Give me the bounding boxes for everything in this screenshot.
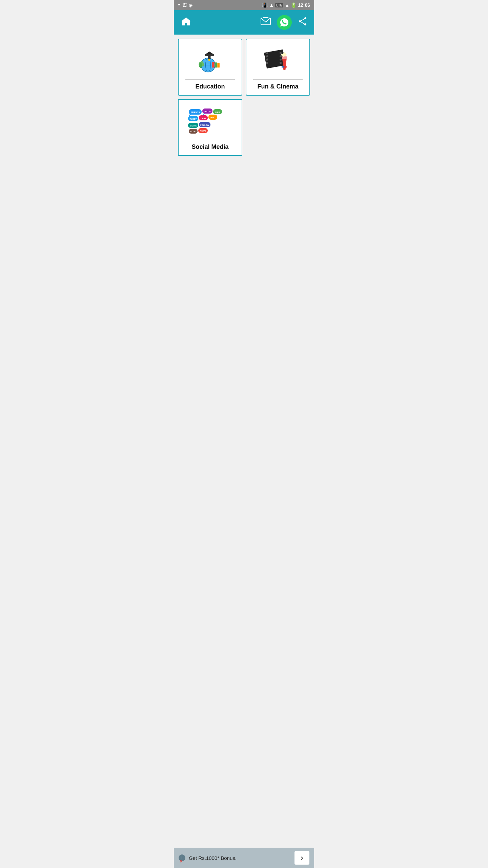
time: 12:06 [298,2,310,8]
social-media-card[interactable]: FRIENDS PHOTO LIKE TWEET CHAT POST [178,99,242,156]
toolbar [174,10,314,35]
svg-point-33 [281,54,283,56]
svg-marker-14 [205,52,214,54]
category-grid: Education [178,39,310,156]
quote-icon: ❝ [178,3,180,8]
svg-rect-25 [279,52,282,54]
svg-rect-15 [205,54,214,56]
svg-text:PHOTO: PHOTO [204,111,211,113]
svg-rect-24 [266,61,268,64]
email-button[interactable] [261,17,271,28]
ad-text: Get Rs.1000* Bonus. [189,855,237,861]
home-button[interactable] [181,17,191,28]
toolbar-right-icons [261,15,307,30]
svg-text:CHAT: CHAT [201,117,206,119]
svg-rect-22 [266,55,268,57]
svg-line-39 [287,67,287,67]
cinema-icon-area [250,45,305,76]
education-label: Education [195,83,225,90]
svg-text:NEWS: NEWS [200,130,206,132]
ad-text-area: i ✕ Get Rs.1000* Bonus. [179,854,291,861]
svg-text:TWEET: TWEET [190,118,197,120]
svg-rect-11 [212,62,215,67]
share-button[interactable] [298,17,307,28]
social-icon: FRIENDS PHOTO LIKE TWEET CHAT POST [188,108,232,134]
svg-text:POST: POST [210,117,216,119]
wifi-icon: ▲ [269,2,274,8]
cinema-divider [253,79,303,80]
network-icon: ◉ [189,3,192,8]
social-icon-area: FRIENDS PHOTO LIKE TWEET CHAT POST [183,106,238,136]
whatsapp-button[interactable] [277,15,292,30]
lte-icon: LTE [275,3,283,7]
svg-text:FRIENDS: FRIENDS [191,111,200,113]
svg-point-17 [208,59,210,61]
status-bar: ❝ 🖼 ◉ 📳 ▲ LTE ▲ 🔋 12:06 [174,0,314,10]
svg-line-5 [300,18,305,21]
svg-rect-35 [281,66,284,67]
vibrate-icon: 📳 [262,2,268,8]
svg-rect-13 [217,63,220,67]
fun-cinema-card[interactable]: Fun & Cinema [246,39,310,96]
svg-text:FOLLOW: FOLLOW [200,124,209,126]
main-content: Education [174,35,314,848]
svg-rect-30 [282,56,287,59]
svg-text:LIKE: LIKE [215,111,220,113]
svg-text:BLOG: BLOG [190,131,196,133]
signal-icon: ▲ [285,2,289,8]
status-left-icons: ❝ 🖼 ◉ [178,3,192,8]
svg-rect-12 [215,62,217,67]
ad-arrow-icon: › [301,853,303,863]
photo-icon: 🖼 [182,3,187,8]
social-divider [185,140,235,140]
ad-banner: i ✕ Get Rs.1000* Bonus. › [174,848,314,868]
svg-rect-27 [279,58,282,61]
education-card[interactable]: Education [178,39,242,96]
education-divider [185,79,235,80]
social-label: Social Media [191,143,228,151]
education-icon [196,48,225,74]
svg-rect-28 [279,61,282,64]
svg-line-38 [281,67,281,67]
ad-close-icon: ✕ [179,859,183,864]
svg-rect-23 [266,58,268,61]
status-right-icons: 📳 ▲ LTE ▲ 🔋 12:06 [262,2,310,8]
svg-rect-26 [279,55,282,57]
ad-arrow-button[interactable]: › [294,851,309,865]
svg-text:SHARE: SHARE [189,125,197,127]
cinema-label: Fun & Cinema [257,83,298,90]
svg-line-6 [300,21,305,24]
svg-rect-36 [284,66,287,67]
svg-point-34 [283,52,286,55]
cinema-icon [264,48,292,74]
battery-icon: 🔋 [291,2,297,8]
svg-rect-21 [266,52,268,54]
education-icon-area [183,45,238,76]
svg-marker-29 [282,58,286,70]
svg-rect-16 [208,56,210,59]
